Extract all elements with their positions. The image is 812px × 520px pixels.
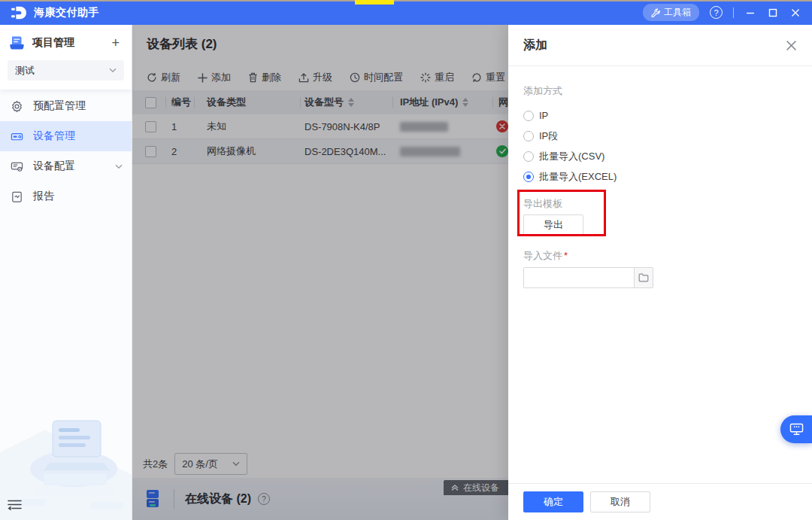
import-file-label-row: 导入文件* (523, 249, 797, 263)
page-size-value: 20 条/页 (182, 458, 232, 471)
project-select-value: 测试 (15, 64, 109, 78)
radio-label: IP段 (539, 129, 558, 143)
time-config-button[interactable]: 时间配置 (350, 71, 403, 84)
col-device-type[interactable]: 设备类型 (194, 90, 300, 114)
online-devices-icon (142, 488, 165, 510)
app-window: 海康交付助手 工具箱 ? (0, 0, 812, 520)
select-all-checkbox[interactable] (145, 97, 156, 108)
table-header: 编号 设备类型 设备型号 IP地址 (IPv4) 网络状态 (132, 90, 508, 114)
collapse-sidebar-icon[interactable] (8, 499, 22, 514)
close-icon[interactable] (784, 38, 798, 53)
drawer-title: 添加 (523, 38, 547, 53)
radio-label: 批量导入(EXCEL) (539, 170, 617, 184)
tool-label: 重置 (486, 71, 505, 84)
tool-label: 重启 (435, 71, 454, 84)
sidebar-item-preset-management[interactable]: 预配置管理 (0, 91, 132, 121)
device-toolbar: 刷新 添加 删除 升级 (147, 71, 508, 84)
file-picker-row (523, 267, 797, 288)
sidebar-item-device-config[interactable]: 设备配置 (0, 151, 132, 181)
restart-button[interactable]: 重启 (420, 71, 454, 84)
col-ip-address[interactable]: IP地址 (IPv4) (392, 90, 492, 114)
radio-checked-icon (523, 172, 534, 182)
confirm-button[interactable]: 确定 (523, 491, 583, 512)
col-network-status[interactable]: 网络状态 (492, 90, 508, 114)
offline-status-icon (496, 120, 508, 132)
titlebar: 海康交付助手 工具箱 ? (0, 0, 812, 25)
window-top-edge (0, 0, 812, 2)
col-device-model[interactable]: 设备型号 (300, 90, 392, 114)
export-button[interactable]: 导出 (523, 214, 583, 236)
delete-button[interactable]: 删除 (248, 71, 281, 84)
drawer-header: 添加 (508, 25, 812, 66)
upgrade-button[interactable]: 升级 (298, 71, 332, 84)
online-devices-collapse-tab[interactable]: 在线设备 (444, 480, 508, 495)
project-select[interactable]: 测试 (8, 60, 124, 81)
total-count: 共2条 (143, 458, 168, 471)
app-title: 海康交付助手 (34, 6, 99, 20)
pagination: 共2条 20 条/页 (143, 453, 247, 475)
sort-icon[interactable] (462, 98, 468, 107)
sidebar-item-label: 设备管理 (33, 129, 123, 143)
import-file-input[interactable] (523, 267, 635, 288)
radio-label: IP (539, 110, 548, 121)
titlebar-help-icon[interactable]: ? (710, 6, 723, 19)
col-no[interactable]: 编号 (165, 90, 194, 114)
online-status-icon (496, 145, 508, 157)
divider (174, 489, 174, 509)
reset-button[interactable]: 重置 (471, 71, 505, 84)
import-file-label: 导入文件 (523, 250, 562, 261)
wrench-icon (651, 8, 660, 17)
row-device-model: DS-7908N-K4/8P (300, 114, 392, 138)
tool-label: 时间配置 (364, 71, 403, 84)
sidebar-item-device-management[interactable]: 设备管理 (0, 121, 132, 151)
sidebar-item-label: 设备配置 (33, 160, 115, 173)
add-drawer: 添加 添加方式 IP IP段 (508, 25, 812, 520)
export-template-group: 导出模板 导出 (523, 197, 614, 236)
row-no: 1 (165, 114, 194, 138)
sidebar-item-report[interactable]: 报告 (0, 181, 132, 211)
drawer-body: 添加方式 IP IP段 批量导入(CSV) (508, 66, 812, 483)
monitor-icon (789, 423, 804, 436)
double-chevron-up-icon (451, 484, 459, 491)
report-icon (11, 190, 23, 203)
row-checkbox[interactable] (145, 146, 156, 157)
row-no: 2 (165, 139, 194, 163)
titlebar-divider (733, 8, 734, 18)
add-project-button[interactable]: + (108, 38, 123, 48)
row-device-type: 未知 (194, 114, 300, 138)
masked-ip (400, 122, 448, 132)
radio-icon (523, 131, 534, 141)
project-icon (9, 35, 26, 50)
radio-option-import-csv[interactable]: 批量导入(CSV) (523, 146, 797, 166)
online-help-icon[interactable]: ? (258, 493, 270, 505)
toolbox-button[interactable]: 工具箱 (643, 4, 699, 21)
tool-label: 添加 (211, 71, 231, 84)
sidebar: 项目管理 + 测试 预配置管理 (0, 25, 132, 520)
online-tab-label: 在线设备 (463, 482, 499, 494)
page-size-select[interactable]: 20 条/页 (174, 453, 247, 475)
cancel-button[interactable]: 取消 (590, 491, 650, 512)
device-table: 编号 设备类型 设备型号 IP地址 (IPv4) 网络状态 (132, 90, 508, 164)
maximize-button[interactable] (767, 7, 779, 19)
sort-icon[interactable] (348, 98, 354, 107)
radio-option-ip-range[interactable]: IP段 (523, 126, 797, 146)
add-device-button[interactable]: 添加 (198, 71, 231, 84)
browse-file-button[interactable] (634, 267, 653, 288)
radio-option-ip[interactable]: IP (523, 105, 797, 126)
refresh-button[interactable]: 刷新 (147, 71, 180, 84)
row-device-model: DS-2DE3Q140M... (300, 139, 392, 163)
chevron-down-icon (115, 164, 123, 169)
remote-desktop-float-button[interactable] (780, 415, 812, 443)
close-button[interactable] (789, 7, 801, 19)
col-label: IP地址 (IPv4) (400, 96, 458, 109)
masked-ip (400, 147, 460, 157)
preset-gear-icon (11, 100, 23, 113)
device-config-icon (11, 160, 23, 173)
radio-option-import-excel[interactable]: 批量导入(EXCEL) (523, 166, 797, 187)
device-list-panel: 设备列表 (2) 刷新 添加 删除 (132, 25, 508, 520)
online-devices-bar[interactable]: 在线设备 (2) ? 在线设备 (132, 478, 508, 520)
tool-label: 删除 (262, 71, 281, 84)
minimize-button[interactable] (744, 7, 756, 19)
device-icon (11, 130, 23, 143)
row-checkbox[interactable] (145, 121, 156, 132)
